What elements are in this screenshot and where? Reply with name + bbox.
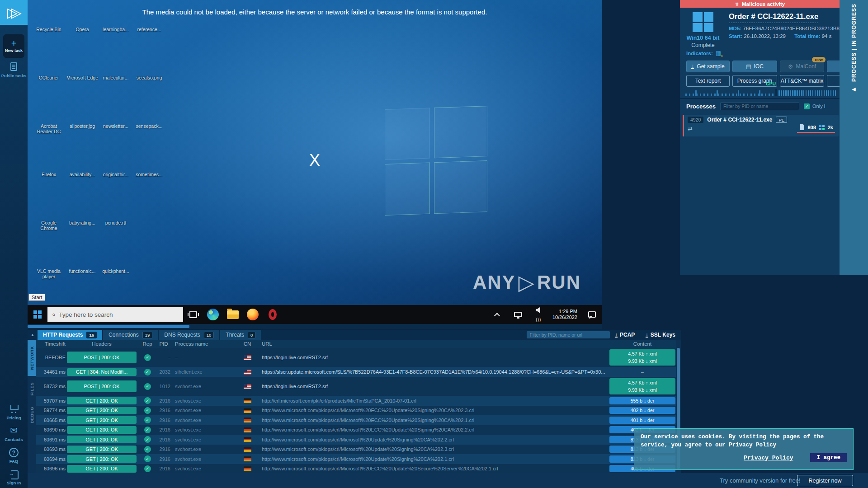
sample-title[interactable]: Order # CCI-12622-11.exe <box>729 12 818 23</box>
files-count: 808 <box>807 125 816 130</box>
network-tab[interactable]: HTTP Requests 16 <box>38 330 102 340</box>
taskbar-clock[interactable]: 1:29 PM 10/26/2022 <box>548 309 582 320</box>
network-tab[interactable]: Threats 0 <box>220 330 261 340</box>
panel-action-button[interactable]: Get sample <box>686 61 730 72</box>
taskbar-opera[interactable] <box>263 305 283 324</box>
tray-expand-button[interactable] <box>488 305 508 324</box>
tray-volume-button[interactable]: ))) <box>528 305 548 324</box>
process-name-cell: svchost.exe <box>170 398 238 404</box>
http-request-row[interactable]: 58732 ms POST | 200: OK 1012 svchost.exe… <box>36 377 676 396</box>
edge-icon <box>207 309 219 320</box>
desktop-icon[interactable]: Microsoft Edge <box>66 50 99 99</box>
windows-logo-icon <box>693 12 713 32</box>
sidebar-item[interactable]: Pricing <box>0 404 28 420</box>
desktop-icon-art <box>38 53 59 74</box>
scrollbar-thumb[interactable] <box>28 325 189 328</box>
pcap-download-button[interactable]: PCAP <box>610 330 641 340</box>
new-task-button[interactable]: + New task <box>3 34 24 58</box>
http-request-row[interactable]: 60690 ms GET | 200: OK 2916 svchost.exe … <box>36 425 676 435</box>
desktop-icon[interactable]: sometimes... <box>132 147 166 195</box>
taskbar-file-explorer[interactable] <box>223 305 243 324</box>
desktop-icon[interactable]: Acrobat Reader DC <box>32 99 66 147</box>
checkbox-checked-icon[interactable] <box>804 103 810 109</box>
desktop-icon[interactable]: newsletter... <box>99 99 132 147</box>
desktop-icon[interactable]: VLC media player <box>32 244 66 292</box>
ssl-keys-download-button[interactable]: SSL Keys <box>640 330 681 340</box>
collapse-panel-button[interactable]: ▲ <box>28 330 38 340</box>
desktop-icon[interactable]: seealso.png <box>132 50 166 99</box>
taskbar-firefox[interactable] <box>243 305 263 324</box>
http-request-row[interactable]: 59774 ms GET | 200: OK 2916 svchost.exe … <box>36 406 676 416</box>
http-request-row[interactable]: 60665 ms GET | 200: OK 2916 svchost.exe … <box>36 415 676 425</box>
process-details-collapsed-strip[interactable]: PROCESS | IN PROGRESS ◀ <box>840 0 868 275</box>
network-tab[interactable]: Connections 19 <box>103 330 158 340</box>
http-request-row[interactable]: 60691 ms GET | 200: OK 2916 svchost.exe … <box>36 435 676 445</box>
tray-network-button[interactable] <box>508 305 528 324</box>
country-flag-icon <box>244 437 251 442</box>
panel-side-tab[interactable]: NETWORK <box>28 340 36 376</box>
sidebar-item-icon <box>9 448 19 457</box>
desktop-icon[interactable]: sensepack... <box>132 99 166 147</box>
desktop-icon[interactable]: babyrating... <box>66 195 99 244</box>
task-view-button[interactable] <box>183 305 203 324</box>
sidebar-item[interactable]: Contacts <box>0 426 28 442</box>
panel-action-button[interactable]: IOC <box>732 61 777 72</box>
desktop-icon[interactable]: functionalc... <box>66 244 99 292</box>
desktop-icon[interactable]: malecultur... <box>99 50 132 99</box>
sidebar-item-public-tasks[interactable]: Public tasks <box>0 62 28 78</box>
panel-side-tab[interactable]: FILES <box>28 378 36 400</box>
http-request-row[interactable]: 34461 ms GET | 304: Not Modifi... 2032 s… <box>36 367 676 377</box>
agree-button[interactable]: I agree <box>810 453 847 462</box>
country-cell <box>238 427 256 432</box>
panel-action-button[interactable]: MalConf new <box>780 61 824 72</box>
network-tab[interactable]: DNS Requests 10 <box>159 330 219 340</box>
start-button[interactable] <box>28 305 47 324</box>
desktop-icon[interactable]: CCleaner <box>32 50 66 99</box>
content-badge[interactable]: 401 b ↓ der <box>609 417 675 424</box>
vm-horizontal-scrollbar[interactable] <box>28 324 602 329</box>
desktop-icon[interactable]: reference... <box>132 2 166 50</box>
desktop-icon[interactable]: availability... <box>66 147 99 195</box>
content-badge[interactable]: 555 b ↓ der <box>609 397 675 404</box>
desktop-icon[interactable]: learningba... <box>99 2 132 50</box>
desktop-icon-label: CCleaner <box>39 75 59 80</box>
vm-screen[interactable]: The media could not be loaded, either be… <box>28 0 602 324</box>
action-buttons-row1: Get sample IOC MalConf new <box>686 61 840 72</box>
desktop-icon[interactable]: Recycle Bin <box>32 2 66 50</box>
taskbar-search[interactable]: ⌕ Type here to search <box>47 307 183 322</box>
taskbar-edge[interactable] <box>203 305 223 324</box>
desktop-icon[interactable]: Google Chrome <box>32 195 66 244</box>
content-badge[interactable]: 4.57 Kb ↑ xml 9.93 Kb ↓ xml <box>609 378 675 394</box>
privacy-policy-link[interactable]: Privacy Policy <box>744 455 793 461</box>
process-filter-input[interactable] <box>720 102 799 110</box>
http-request-row[interactable]: BEFORE POST | 200: OK – – https://login.… <box>36 348 676 367</box>
pid-cell: 2916 <box>157 446 170 452</box>
panel-side-tab[interactable]: DEBUG <box>28 402 36 427</box>
url-cell: http://www.microsoft.com/pkiops/crl/Micr… <box>256 427 609 432</box>
register-now-button[interactable]: Register now <box>797 475 853 486</box>
http-request-row[interactable]: 60693 ms GET | 200: OK 2916 svchost.exe … <box>36 445 676 455</box>
http-request-row[interactable]: 60694 ms GET | 200: OK 2916 svchost.exe … <box>36 454 676 464</box>
method-status-badge: GET | 200: OK <box>67 436 137 443</box>
anyrun-logo[interactable]: ▷▷ <box>0 0 28 25</box>
firefox-icon <box>247 309 259 320</box>
http-request-row[interactable]: 60696 ms GET | 200: OK 2916 svchost.exe … <box>36 464 676 474</box>
desktop-icon[interactable]: Firefox <box>32 147 66 195</box>
sidebar-item[interactable]: FAQ <box>0 448 28 464</box>
desktop-icon[interactable]: quickphent... <box>99 244 132 292</box>
http-request-row[interactable]: 59707 ms GET | 200: OK 2916 svchost.exe … <box>36 396 676 406</box>
panel-action-button[interactable]: Re <box>827 61 840 72</box>
action-center-button[interactable] <box>582 305 602 324</box>
url-cell: https://login.live.com/RST2.srf <box>256 384 609 389</box>
content-badge[interactable]: – <box>609 368 675 375</box>
column-header: URL <box>256 341 609 347</box>
desktop-icon[interactable]: pcnude.rtf <box>99 195 132 244</box>
process-row[interactable]: 4920 Order # CCI-12622-11.exe PE ⇄ 808 2… <box>683 115 839 136</box>
content-badge[interactable]: 402 b ↓ der <box>609 407 675 414</box>
desktop-icon[interactable]: allposter.jpg <box>66 99 99 147</box>
network-filter-input[interactable] <box>527 331 610 338</box>
desktop-icon[interactable]: Opera <box>66 2 99 50</box>
sidebar-item[interactable]: Sign In <box>0 469 28 485</box>
desktop-icon[interactable]: originalthir... <box>99 147 132 195</box>
content-badge[interactable]: 4.57 Kb ↑ xml 9.93 Kb ↓ xml <box>609 349 675 366</box>
